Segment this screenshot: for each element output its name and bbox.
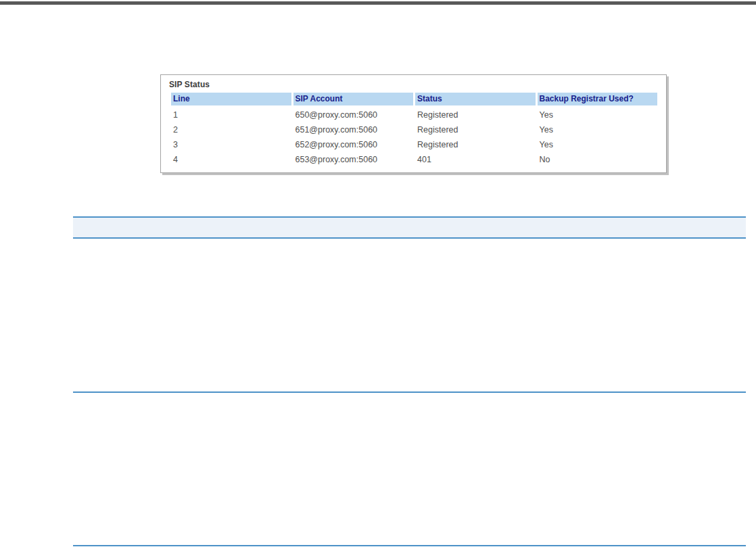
table-cell: Yes: [538, 122, 658, 137]
table-row: 3652@proxy.com:5060RegisteredYes: [171, 137, 657, 151]
table-cell: 4: [171, 151, 291, 166]
table-cell: 650@proxy.com:5060: [293, 105, 414, 122]
table-cell: Registered: [415, 105, 536, 122]
table-cell: Registered: [415, 122, 536, 137]
table-cell: Yes: [538, 137, 658, 151]
table-cell: 652@proxy.com:5060: [293, 137, 414, 151]
table-cell: 401: [415, 151, 536, 166]
table-row: 2651@proxy.com:5060RegisteredYes: [171, 122, 657, 137]
page-top-bar: [0, 1, 756, 5]
section-divider-rule: [73, 391, 746, 393]
table-cell: Yes: [538, 105, 658, 122]
table-header-row: Line SIP Account Status Backup Registrar…: [171, 93, 657, 105]
sip-status-figure: SIP Status Line SIP Account Status Backu…: [160, 74, 667, 173]
empty-note-band: [73, 216, 746, 239]
column-header-sip-account: SIP Account: [293, 93, 414, 105]
table-cell: 653@proxy.com:5060: [293, 151, 414, 166]
table-cell: No: [538, 151, 658, 166]
table-cell: Registered: [415, 137, 536, 151]
table-cell: 3: [171, 137, 291, 151]
table-cell: 651@proxy.com:5060: [293, 122, 414, 137]
column-header-status: Status: [415, 93, 536, 105]
sip-status-title: SIP Status: [169, 80, 659, 89]
sip-status-table: Line SIP Account Status Backup Registrar…: [169, 93, 659, 166]
table-cell: 1: [171, 105, 291, 122]
table-row: 4653@proxy.com:5060401No: [171, 151, 657, 166]
table-row: 1650@proxy.com:5060RegisteredYes: [171, 105, 657, 122]
column-header-backup-registrar: Backup Registrar Used?: [538, 93, 658, 105]
sip-status-table-body: 1650@proxy.com:5060RegisteredYes2651@pro…: [171, 105, 657, 166]
column-header-line: Line: [171, 93, 291, 105]
table-cell: 2: [171, 122, 291, 137]
page-bottom-rule: [73, 545, 746, 546]
